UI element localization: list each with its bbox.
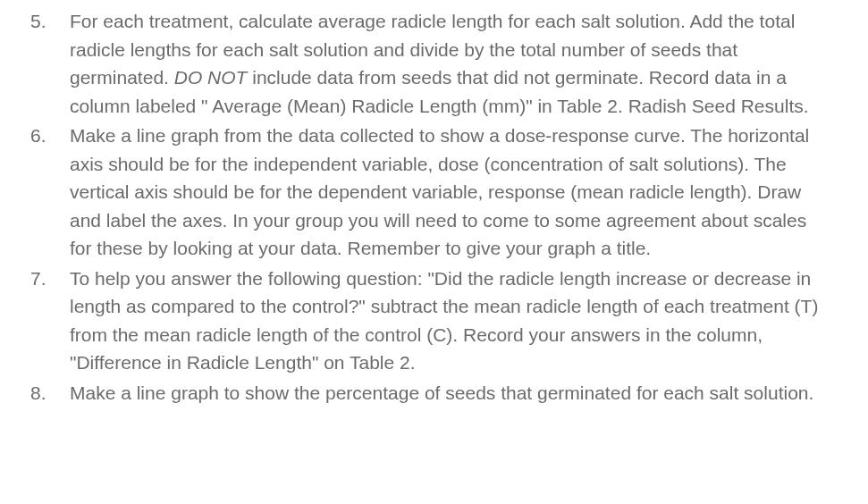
instruction-text: Make a line graph from the data collecte… <box>70 125 809 258</box>
instruction-item-8: Make a line graph to show the percentage… <box>20 379 832 407</box>
instruction-list: For each treatment, calculate average ra… <box>20 7 832 407</box>
instruction-item-6: Make a line graph from the data collecte… <box>20 122 832 263</box>
instruction-text: Make a line graph to show the percentage… <box>70 382 813 403</box>
instruction-emphasis: DO NOT <box>174 67 248 88</box>
instruction-item-7: To help you answer the following questio… <box>20 265 832 377</box>
instruction-item-5: For each treatment, calculate average ra… <box>20 7 832 120</box>
instruction-text: To help you answer the following questio… <box>70 268 818 374</box>
